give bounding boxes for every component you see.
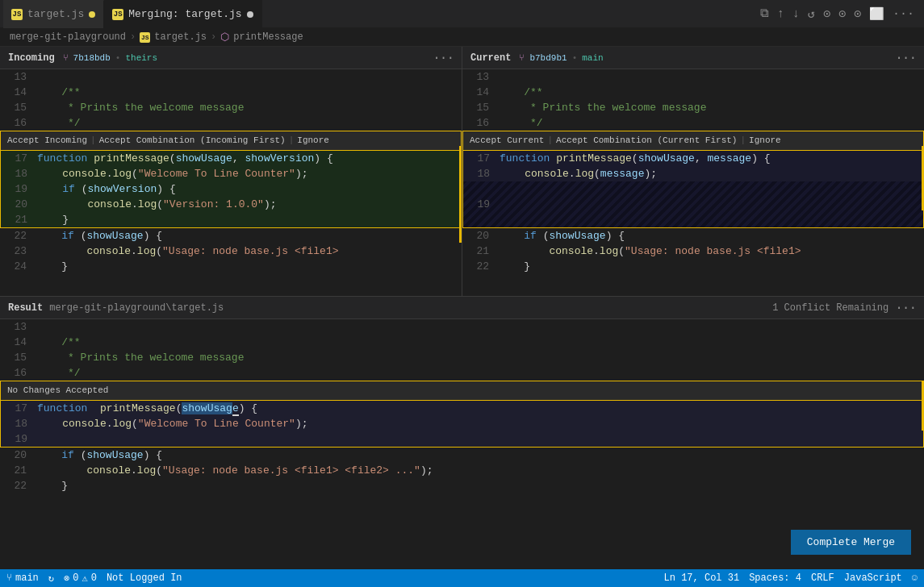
spaces-setting[interactable]: Spaces: 4	[749, 572, 801, 584]
line-number: 19	[1, 431, 37, 447]
line-number: 18	[1, 416, 37, 431]
branch-name: main	[15, 572, 39, 584]
line-content: console.log("Usage: node base.js <file1>…	[36, 463, 924, 478]
breadcrumb-fn[interactable]: printMessage	[233, 31, 303, 43]
login-status[interactable]: Not Logged In	[107, 572, 182, 584]
table-row: 13	[0, 319, 924, 335]
line-number: 21	[1, 212, 37, 227]
tab-target-js[interactable]: JS target.js	[3, 0, 104, 28]
line-content: /**	[499, 85, 924, 100]
result-more-button[interactable]: ···	[895, 301, 916, 315]
accept-combination-incoming-button[interactable]: Accept Combination (Incoming First)	[99, 133, 286, 148]
up-icon[interactable]: ↑	[777, 7, 784, 21]
table-row: 20 if (showUsage) {	[0, 448, 924, 463]
result-panel-header: Result merge-git-playground\target.js 1 …	[0, 297, 924, 319]
breadcrumb: merge-git-playground › JS target.js › ⬡ …	[0, 28, 924, 47]
incoming-panel: Incoming ⑂ 7b18bdb • theirs ··· 13	[0, 47, 462, 296]
cursor-position[interactable]: Ln 17, Col 31	[664, 572, 740, 584]
line-content: console.log("Welcome To Line Counter");	[37, 416, 923, 431]
accept-combination-current-button[interactable]: Accept Combination (Current First)	[556, 133, 737, 148]
copy-icon[interactable]: ⧉	[760, 6, 769, 21]
down-icon[interactable]: ↓	[792, 7, 800, 21]
table-row: 21 }	[1, 212, 461, 227]
line-content: console.log("Version: 1.0.0");	[37, 197, 461, 212]
circle-icon-1[interactable]: ⊙	[823, 6, 830, 22]
current-panel: Current ⑂ b7bd9b1 • main ··· 13	[462, 47, 924, 296]
js-bc-icon: JS	[140, 32, 150, 43]
current-sep: •	[572, 53, 578, 63]
current-hash: b7bd9b1	[529, 53, 567, 63]
line-number: 17	[463, 151, 500, 166]
line-number: 20	[1, 197, 37, 212]
line-content: function printMessage(showUsage, showVer…	[37, 151, 461, 166]
line-content: function printMessage(showUsage, message…	[500, 151, 923, 166]
not-logged-in-label: Not Logged In	[107, 572, 182, 584]
line-number: 24	[0, 259, 36, 274]
error-status[interactable]: ⊗ 0 ⚠ 0	[64, 572, 97, 585]
current-conflict-actions: Accept Current | Accept Combination (Cur…	[463, 131, 923, 151]
line-content: * Prints the welcome message	[36, 100, 462, 115]
top-panels: Incoming ⑂ 7b18bdb • theirs ··· 13	[0, 47, 924, 297]
line-number: 16	[0, 365, 36, 381]
incoming-more-button[interactable]: ···	[433, 51, 454, 65]
incoming-conflict-block: Accept Incoming | Accept Combination (In…	[0, 131, 462, 228]
line-content: */	[36, 365, 924, 381]
ignore-incoming-button[interactable]: Ignore	[297, 133, 329, 148]
result-label: Result	[8, 302, 43, 314]
table-row: 14 /**	[0, 335, 924, 350]
breadcrumb-file[interactable]: target.js	[154, 31, 207, 43]
accept-incoming-button[interactable]: Accept Incoming	[7, 133, 87, 148]
result-code-area: 13 14 /** 15 * Prints the welcome messag…	[0, 319, 924, 569]
current-branch: main	[582, 53, 603, 63]
status-right: Ln 17, Col 31 Spaces: 4 CRLF JavaScript …	[664, 572, 918, 584]
eol-setting[interactable]: CRLF	[811, 572, 834, 584]
refresh-icon[interactable]: ↺	[808, 6, 815, 22]
breadcrumb-sep-1: ›	[130, 31, 136, 43]
line-content: */	[499, 115, 924, 131]
incoming-sep: •	[115, 53, 121, 63]
language-mode[interactable]: JavaScript	[844, 572, 902, 584]
current-branch-info: ⑂ b7bd9b1 • main	[519, 53, 603, 63]
line-content: console.log("Usage: node base.js <file1>	[499, 244, 924, 259]
ignore-current-button[interactable]: Ignore	[749, 133, 781, 148]
gutter-indicator	[459, 146, 462, 243]
line-number: 20	[462, 228, 499, 244]
line-number: 13	[462, 69, 499, 85]
table-row: 17 function printMessage(showUsage, mess…	[463, 151, 923, 166]
line-content: if (showUsage) {	[36, 228, 462, 244]
current-label: Current	[470, 52, 511, 64]
incoming-label: Incoming	[8, 52, 55, 64]
line-content: * Prints the welcome message	[499, 100, 924, 115]
line-number: 15	[0, 350, 36, 365]
table-row: 16 */	[0, 115, 462, 131]
line-number: 19	[1, 181, 37, 197]
sync-status[interactable]: ↻	[48, 572, 54, 585]
merge-editor: Incoming ⑂ 7b18bdb • theirs ··· 13	[0, 47, 924, 569]
feedback-icon[interactable]: ☺	[912, 572, 918, 584]
complete-merge-button[interactable]: Complete Merge	[791, 530, 911, 555]
table-row: 13	[0, 69, 462, 85]
incoming-code-area: 13 14 /** 15 * Prints the welcome messag…	[0, 69, 462, 296]
current-more-button[interactable]: ···	[895, 51, 916, 65]
more-icon[interactable]: ···	[893, 7, 914, 21]
current-branch-icon: ⑂	[519, 53, 525, 63]
line-content: * Prints the welcome message	[36, 350, 924, 365]
status-bar: ⑂ main ↻ ⊗ 0 ⚠ 0 Not Logged In Ln 17, Co…	[0, 569, 924, 587]
line-number: 14	[0, 335, 36, 350]
accept-current-button[interactable]: Accept Current	[470, 133, 544, 148]
line-number: 22	[462, 259, 499, 274]
line-content: }	[36, 259, 462, 274]
branch-status[interactable]: ⑂ main	[6, 572, 39, 584]
table-row: 14 /**	[0, 85, 462, 100]
circle-icon-3[interactable]: ⊙	[854, 6, 861, 22]
warning-count: 0	[91, 572, 97, 584]
table-row: 15 * Prints the welcome message	[0, 350, 924, 365]
breadcrumb-root[interactable]: merge-git-playground	[10, 31, 126, 43]
current-panel-header: Current ⑂ b7bd9b1 • main ···	[462, 47, 924, 69]
table-row: 22 }	[462, 259, 924, 274]
circle-icon-2[interactable]: ⊙	[838, 6, 846, 22]
layout-icon[interactable]: ⬜	[869, 6, 884, 22]
table-row: 23 console.log("Usage: node base.js <fil…	[0, 244, 462, 259]
line-content: /**	[36, 335, 924, 350]
tab-merging-target-js[interactable]: JS Merging: target.js	[104, 0, 261, 28]
